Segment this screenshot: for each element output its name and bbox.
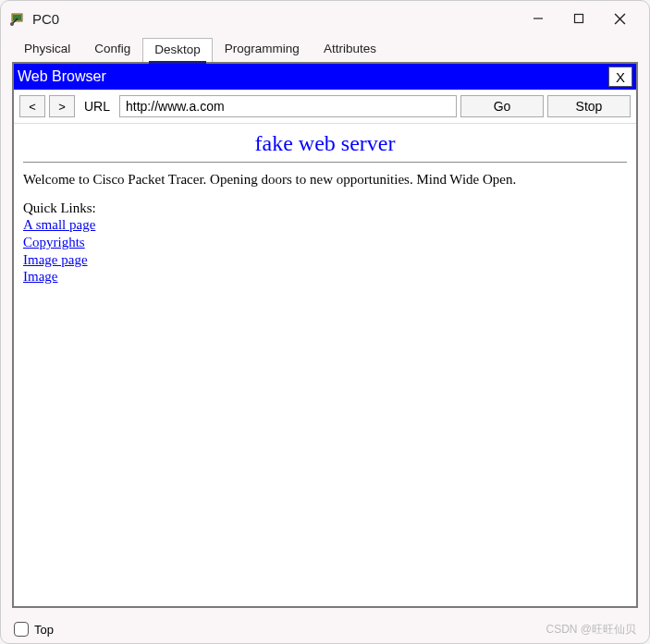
link-image[interactable]: Image: [23, 269, 57, 284]
close-window-button[interactable]: [599, 5, 640, 32]
maximize-button[interactable]: [558, 5, 599, 32]
browser-navbar: < > URL Go Stop: [14, 90, 636, 124]
top-label: Top: [34, 623, 54, 637]
tab-attributes[interactable]: Attributes: [312, 37, 388, 62]
svg-point-3: [10, 22, 14, 26]
app-window: PC0 Physical Config Desktop Programming …: [0, 0, 650, 644]
divider: [23, 162, 627, 163]
quick-links-list: A small page Copyrights Image page Image: [23, 216, 627, 286]
url-input[interactable]: [119, 95, 457, 117]
browser-frame: Web Browser X < > URL Go Stop fake web s…: [12, 62, 638, 608]
back-button[interactable]: <: [19, 95, 45, 117]
window-title: PC0: [32, 11, 59, 27]
svg-rect-5: [575, 15, 583, 23]
browser-title: Web Browser: [18, 68, 106, 85]
stop-button[interactable]: Stop: [547, 95, 631, 117]
forward-button[interactable]: >: [49, 95, 75, 117]
top-checkbox[interactable]: [14, 622, 29, 637]
page-content: fake web server Welcome to Cisco Packet …: [14, 124, 636, 606]
welcome-text: Welcome to Cisco Packet Tracer. Opening …: [23, 172, 627, 188]
link-copyrights[interactable]: Copyrights: [23, 235, 85, 249]
titlebar: PC0: [1, 1, 649, 36]
tab-bar: Physical Config Desktop Programming Attr…: [1, 36, 649, 62]
minimize-button[interactable]: [518, 5, 558, 32]
browser-header: Web Browser X: [14, 64, 636, 90]
pc-icon: [10, 10, 27, 27]
bottom-bar: Top: [1, 615, 649, 643]
browser-close-button[interactable]: X: [608, 67, 632, 87]
url-label: URL: [79, 99, 116, 114]
link-small-page[interactable]: A small page: [23, 217, 95, 232]
go-button[interactable]: Go: [460, 95, 544, 117]
link-image-page[interactable]: Image page: [23, 252, 88, 267]
tab-config[interactable]: Config: [82, 37, 142, 62]
tab-programming[interactable]: Programming: [213, 37, 312, 62]
quick-links-label: Quick Links:: [23, 200, 627, 216]
tab-physical[interactable]: Physical: [12, 37, 82, 62]
tab-desktop[interactable]: Desktop: [142, 38, 213, 62]
page-title: fake web server: [23, 131, 627, 156]
